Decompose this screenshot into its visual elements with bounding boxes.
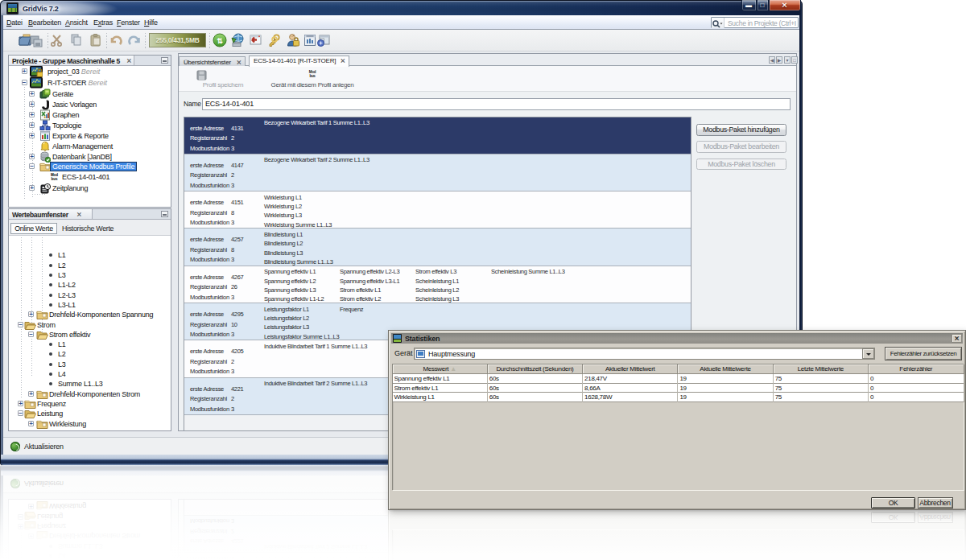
svg-text:⇅: ⇅: [217, 37, 223, 45]
